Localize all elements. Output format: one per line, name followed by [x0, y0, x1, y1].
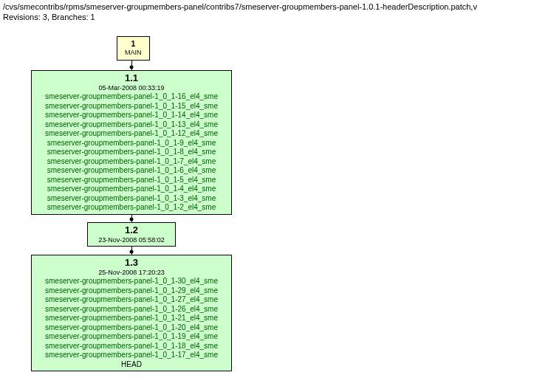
branch-number: 1 — [125, 39, 142, 49]
revision-tag: smeserver-groupmembers-panel-1_0_1-14_el… — [36, 111, 227, 120]
revision-id: 1.1 — [36, 72, 227, 84]
revision-tag: smeserver-groupmembers-panel-1_0_1-17_el… — [36, 351, 227, 360]
revision-tag: smeserver-groupmembers-panel-1_0_1-26_el… — [36, 305, 227, 314]
connector-dot — [130, 217, 134, 221]
revision-tag: smeserver-groupmembers-panel-1_0_1-3_el4… — [36, 194, 227, 204]
revision-date: 05-Mar-2008 00:33:19 — [36, 84, 227, 92]
revision-node-1-3[interactable]: 1.3 25-Nov-2008 17:20:23 smeserver-group… — [31, 255, 232, 372]
revision-head: HEAD — [36, 360, 227, 370]
revision-tag: smeserver-groupmembers-panel-1_0_1-13_el… — [36, 120, 227, 130]
revision-node-1-2[interactable]: 1.2 23-Nov-2008 05:58:02 — [87, 222, 176, 247]
revision-info: Revisions: 3, Branches: 1 — [3, 12, 548, 22]
revision-tag: smeserver-groupmembers-panel-1_0_1-15_el… — [36, 102, 227, 111]
revision-date: 25-Nov-2008 17:20:23 — [36, 269, 227, 277]
revision-tag: smeserver-groupmembers-panel-1_0_1-27_el… — [36, 295, 227, 305]
header: /cvs/smecontribs/rpms/smeserver-groupmem… — [0, 0, 551, 24]
branch-node[interactable]: 1 MAIN — [117, 36, 150, 61]
revision-tag: smeserver-groupmembers-panel-1_0_1-4_el4… — [36, 185, 227, 194]
revision-tag: smeserver-groupmembers-panel-1_0_1-7_el4… — [36, 157, 227, 167]
revision-id: 1.2 — [92, 224, 171, 236]
revision-node-1-1[interactable]: 1.1 05-Mar-2008 00:33:19 smeserver-group… — [31, 70, 232, 215]
revision-tag: smeserver-groupmembers-panel-1_0_1-9_el4… — [36, 139, 227, 148]
revision-tag: smeserver-groupmembers-panel-1_0_1-5_el4… — [36, 176, 227, 185]
revision-tag: smeserver-groupmembers-panel-1_0_1-18_el… — [36, 342, 227, 351]
revision-date: 23-Nov-2008 05:58:02 — [92, 236, 171, 244]
revision-tag: smeserver-groupmembers-panel-1_0_1-2_el4… — [36, 203, 227, 213]
file-path: /cvs/smecontribs/rpms/smeserver-groupmem… — [3, 1, 548, 12]
revision-tag: smeserver-groupmembers-panel-1_0_1-21_el… — [36, 314, 227, 323]
revision-tag: smeserver-groupmembers-panel-1_0_1-12_el… — [36, 129, 227, 139]
connector-dot — [130, 250, 134, 253]
revision-tag: smeserver-groupmembers-panel-1_0_1-20_el… — [36, 323, 227, 333]
revision-tag: smeserver-groupmembers-panel-1_0_1-19_el… — [36, 332, 227, 342]
revision-tag: smeserver-groupmembers-panel-1_0_1-29_el… — [36, 286, 227, 296]
branch-name: MAIN — [125, 49, 142, 57]
revision-id: 1.3 — [36, 257, 227, 269]
revision-tag: smeserver-groupmembers-panel-1_0_1-30_el… — [36, 277, 227, 286]
connector-dot — [130, 65, 134, 69]
revision-tag: smeserver-groupmembers-panel-1_0_1-16_el… — [36, 92, 227, 102]
revision-tag: smeserver-groupmembers-panel-1_0_1-6_el4… — [36, 166, 227, 176]
revision-tag: smeserver-groupmembers-panel-1_0_1-8_el4… — [36, 148, 227, 157]
revision-diagram: 1 MAIN 1.1 05-Mar-2008 00:33:19 smeserve… — [0, 24, 551, 392]
